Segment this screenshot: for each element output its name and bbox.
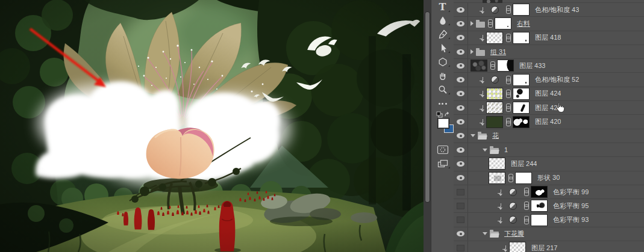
layer-mask-thumbnail[interactable] [513,102,530,114]
type-tool-button[interactable]: T [431,1,454,14]
canvas-vertical-scrollbar[interactable] [424,0,431,252]
layer-thumbnail[interactable] [489,158,505,170]
layer-row[interactable]: 图层 244 [454,157,644,171]
quick-mask-button[interactable] [431,143,454,156]
clipping-mask-icon [478,34,484,41]
visibility-toggle[interactable] [454,227,468,241]
layer-name[interactable]: 色相/饱和度 43 [535,5,579,14]
visibility-toggle[interactable] [454,213,468,226]
zoom-tool-button[interactable] [431,83,454,96]
layer-thumbnail[interactable] [486,4,503,16]
scrollbar-thumb[interactable] [425,11,430,203]
layer-row[interactable]: 色彩平衡 93 [454,213,644,227]
layer-name[interactable]: 形状 30 [537,173,560,182]
layer-name[interactable]: 色彩平衡 93 [553,215,589,224]
visibility-toggle[interactable] [454,115,468,128]
layer-thumbnail[interactable] [486,116,503,128]
visibility-toggle[interactable] [454,129,468,143]
layer-mask-thumbnail[interactable] [513,4,530,16]
layer-mask-thumbnail[interactable] [531,200,548,212]
layer-name[interactable]: 右料 [517,19,530,28]
layer-thumbnail[interactable] [489,172,505,184]
layer-name[interactable]: 下花瓣 [504,229,524,238]
shape-tool-button[interactable] [431,55,454,69]
layer-mask-thumbnail[interactable] [495,17,511,29]
layer-row[interactable]: 形状 30 [454,171,644,185]
layer-row[interactable]: 图层 420 [454,115,644,129]
layer-name[interactable]: 图层 420 [535,117,561,126]
layer-name[interactable]: 图层 424 [535,89,561,98]
layer-name[interactable]: 1 [504,146,508,153]
layer-mask-thumbnail[interactable] [513,32,530,44]
collapse-arrow-icon[interactable] [470,134,475,137]
layer-row-content: 色彩平衡 99 [468,185,589,198]
layer-row[interactable]: 色彩平衡 95 [454,199,644,213]
layer-name[interactable]: 色相/饱和度 52 [535,75,579,84]
layer-thumbnail[interactable] [504,214,521,226]
layer-name[interactable]: 组 31 [490,48,506,57]
layer-group-row[interactable]: 组 31 [454,45,644,59]
screen-mode-button[interactable] [431,157,454,170]
layer-mask-thumbnail[interactable] [513,74,530,86]
layer-mask-thumbnail[interactable] [531,214,548,226]
visibility-toggle[interactable] [454,59,468,72]
collapse-arrow-icon[interactable] [483,149,487,152]
visibility-toggle[interactable] [454,241,468,252]
visibility-toggle[interactable] [454,101,468,114]
collapse-arrow-icon[interactable] [483,232,487,235]
pen-tool-button[interactable] [431,28,454,41]
layer-name[interactable]: 色彩平衡 99 [553,188,589,197]
layer-row[interactable]: 图层 217 [454,241,644,252]
layer-group-row[interactable]: 右料 [454,17,644,31]
layer-group-row[interactable]: 1 [454,143,644,157]
visibility-toggle[interactable] [454,199,468,212]
layer-mask-thumbnail[interactable] [513,88,530,100]
path-selection-tool-button[interactable] [431,41,454,55]
layer-thumbnail[interactable] [504,200,521,212]
visibility-toggle[interactable] [454,3,468,16]
layer-name[interactable]: 色彩平衡 95 [553,201,589,211]
layer-row[interactable]: 色彩平衡 99 [454,185,644,199]
layer-group-row[interactable]: 花 [454,129,644,143]
expand-arrow-icon[interactable] [470,49,474,54]
visibility-toggle[interactable] [454,31,468,45]
layer-mask-thumbnail[interactable] [515,172,532,184]
layer-name[interactable]: 花 [492,131,499,140]
blur-tool-button[interactable] [431,14,454,27]
layer-thumbnail[interactable] [486,74,503,86]
visibility-toggle[interactable] [454,185,468,198]
layer-mask-thumbnail[interactable] [513,116,530,128]
layer-thumbnail[interactable] [486,88,503,100]
visibility-toggle[interactable] [454,171,468,185]
layer-name[interactable]: 图层 217 [531,244,557,252]
layer-thumbnail[interactable] [486,102,503,114]
layer-row[interactable]: 图层 423 [454,101,644,115]
visibility-toggle[interactable] [454,143,468,156]
layer-row[interactable]: 色相/饱和度 52 [454,73,644,87]
layer-thumbnail[interactable] [504,186,521,198]
visibility-toggle[interactable] [454,45,468,58]
layer-name[interactable]: 图层 418 [535,33,561,42]
layer-mask-thumbnail[interactable] [497,60,514,72]
visibility-toggle[interactable] [454,17,468,30]
visibility-toggle[interactable] [454,87,468,100]
hand-tool-button[interactable] [431,69,454,82]
layer-row[interactable]: 图层 433 [454,59,644,73]
layer-thumbnail[interactable] [470,60,487,72]
layer-mask-thumbnail[interactable] [531,186,548,198]
expand-arrow-icon[interactable] [470,21,474,26]
layer-thumbnail[interactable] [486,32,503,44]
layer-row[interactable]: 色相/饱和度 43 [454,3,644,17]
visibility-toggle[interactable] [454,157,468,170]
layer-thumbnail[interactable] [509,242,526,252]
layer-row[interactable]: 图层 424 [454,87,644,101]
layer-name[interactable]: 图层 244 [511,159,537,168]
quick-mask-icon [437,145,449,155]
foreground-color-swatch[interactable] [437,118,449,129]
polygon-icon [437,57,448,67]
layer-row[interactable]: 图层 418 [454,31,644,45]
visibility-toggle[interactable] [454,73,468,86]
document-canvas[interactable] [0,0,424,252]
layer-group-row[interactable]: 下花瓣 [454,227,644,241]
layer-name[interactable]: 图层 433 [519,61,545,70]
